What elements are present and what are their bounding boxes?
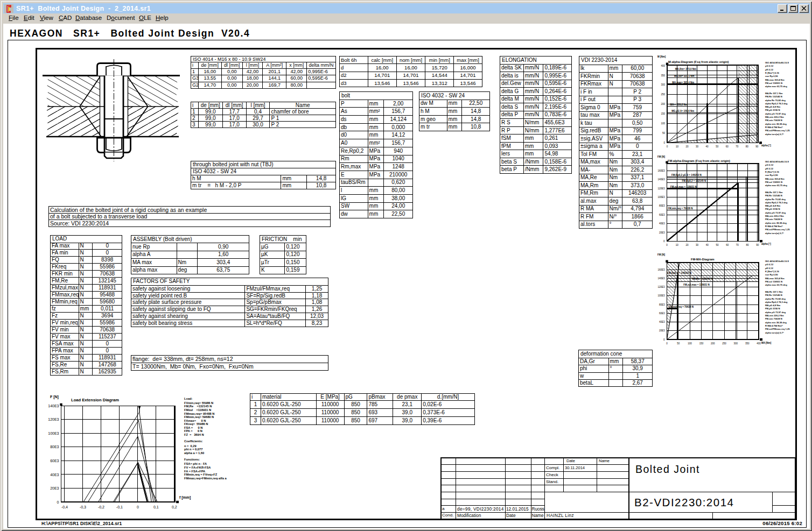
- table-cell: Rm,max: [340, 163, 368, 171]
- svg-text:FM,Rp0,2 µG 0 = 146203 N: FM,Rp0,2 µG 0 = 146203 N: [671, 174, 702, 176]
- table-cell: x [mm]: [286, 62, 307, 69]
- table-cell: SL=h*d*Re/FQ: [245, 320, 306, 327]
- table-cell: P: [340, 100, 368, 108]
- table-cell: 60,00: [286, 75, 307, 82]
- table-row: betaL2,67: [579, 379, 653, 386]
- table-row: MA,ReNm337,1: [579, 174, 653, 182]
- svg-text:200: 200: [661, 103, 665, 105]
- table-cell: 3: [250, 417, 261, 425]
- table-cell: 3: [191, 122, 199, 128]
- table-cell: 0,000: [384, 123, 413, 131]
- svg-text:MA,µG 4,8 Nm: MA,µG 4,8 Nm: [765, 304, 781, 307]
- table-cell: 14,8: [307, 175, 336, 182]
- svg-text:µK 0,12: µK 0,12: [765, 167, 773, 170]
- svg-text:100E3: 100E3: [657, 196, 665, 199]
- table-cell: 287: [622, 111, 653, 119]
- legend-name: Name: [532, 513, 544, 518]
- table-cell: 0,620: [384, 179, 413, 187]
- assembly-table: ASSEMBLY (Bolt driven)nue Rp0,90alpha A1…: [131, 235, 249, 274]
- title-block-line: [440, 457, 795, 458]
- svg-text:nue Rp 0,90: nue Rp 0,90: [765, 75, 778, 77]
- svg-text:30: 30: [696, 244, 699, 246]
- table-cell: [368, 179, 384, 187]
- table-row: ISO 4014 - M16 x 80 - 10.9 SW24: [191, 56, 336, 62]
- table-cell: deg: [608, 197, 622, 206]
- title-block-line: [440, 478, 544, 479]
- table-cell: al.tors: [579, 221, 608, 229]
- svg-text:MG,µG 0= 158,6 Nm: MG,µG 0= 158,6 Nm: [671, 110, 694, 112]
- table-cell: 0,995E-6: [307, 69, 336, 75]
- table-cell: 0,159: [285, 266, 306, 274]
- title-block-line: [531, 457, 531, 519]
- svg-text:MA,min 226,2 Nm: MA,min 226,2 Nm: [765, 116, 784, 118]
- table-cell: 118931: [93, 355, 122, 362]
- table-row: FS,ReN147268: [51, 361, 122, 368]
- svg-text:alpha min 38,38 deg: alpha min 38,38 deg: [765, 321, 787, 324]
- table-cell: 70638: [93, 327, 122, 334]
- table-cell: 18,00: [242, 75, 263, 82]
- table-cell: 16,000: [454, 64, 482, 72]
- table-cell: 42,00: [286, 69, 307, 75]
- table-row: ±sig.ASVMPa46: [579, 135, 653, 143]
- svg-text:FMzul =118931 N: FMzul =118931 N: [184, 408, 211, 412]
- company-name: HAINZL Linz: [547, 513, 574, 518]
- svg-text:MA,Re 337,1 Nm: MA,Re 337,1 Nm: [765, 191, 783, 194]
- table-cell: lers: [500, 150, 524, 158]
- table-cell: l: [340, 187, 368, 195]
- table-row: FPA maxN0: [51, 348, 122, 355]
- table-cell: 0,264E-6: [543, 88, 572, 96]
- date-header: Date: [566, 459, 575, 463]
- table-cell: 22,50: [384, 210, 413, 218]
- table-cell: 29,7: [246, 115, 270, 122]
- table-cell: N: [79, 257, 93, 264]
- table-cell: d.[mm/N]: [422, 394, 475, 401]
- table-cell: FA min: [51, 250, 79, 257]
- table-cell: mm: [447, 100, 462, 108]
- table-row: FKreqN55986: [51, 264, 122, 271]
- svg-text:50: 50: [716, 145, 719, 148]
- table-row: 20.6020 GJL-25011000085069339,00,373E-6: [250, 409, 475, 417]
- table-row: FRICTION min: [260, 236, 306, 243]
- svg-text:350: 350: [661, 74, 665, 77]
- table-row: MA maxNm303,4: [131, 259, 249, 266]
- table-cell: N/mm: [523, 126, 543, 134]
- table-cell: i: [191, 102, 199, 109]
- svg-text:MA,max 303,4 Nm: MA,max 303,4 Nm: [765, 178, 785, 180]
- table-cell: 13,546: [454, 79, 482, 87]
- table-cell: Rm: [340, 155, 368, 163]
- table-cell: 22,50: [462, 100, 490, 108]
- svg-text:60E3: 60E3: [659, 312, 665, 315]
- table-cell: FV max: [51, 334, 79, 341]
- table-cell: 1,25: [306, 285, 328, 292]
- table-cell: mm: [608, 65, 622, 73]
- svg-text:FM,zul 118931 N: FM,zul 118931 N: [765, 82, 782, 84]
- table-cell: 0,4: [246, 109, 270, 115]
- table-row: imaterialE [MPa]pGpBmaxde pmaxd.[mm/N]: [250, 394, 475, 401]
- table-cell: lk: [579, 65, 608, 73]
- table-cell: Nm: [608, 174, 622, 182]
- svg-text:alpha tors(w) 0,7°: alpha tors(w) 0,7°: [765, 133, 784, 136]
- table-row: ASSEMBLY (Bolt driven): [131, 236, 249, 243]
- svg-text:MA,Re 337,1 Nm: MA,Re 337,1 Nm: [765, 291, 783, 293]
- table-cell: [177, 251, 198, 258]
- svg-text:150: 150: [661, 112, 665, 115]
- table-cell: 17,0: [222, 115, 246, 122]
- table-row: m geomm14,8: [419, 115, 490, 123]
- approval-date: 30.11.2014: [565, 466, 585, 470]
- table-row: FM,ReN132145: [51, 278, 122, 285]
- table-cell: 1,08: [306, 299, 328, 306]
- svg-text:alpha Re 70,82 deg: alpha Re 70,82 deg: [765, 99, 786, 102]
- svg-text:FM,Re = 132145 N: FM,Re = 132145 N: [692, 278, 712, 280]
- svg-text:90: 90: [756, 244, 759, 246]
- table-cell: h M: [191, 175, 281, 182]
- title-block-line: [440, 519, 796, 520]
- table-cell: DA,Gr: [579, 358, 609, 365]
- svg-text:140E3: 140E3: [657, 277, 665, 280]
- table-cell: mm/N: [523, 95, 543, 103]
- table-cell: 0.6020 GJL-250: [261, 409, 316, 417]
- table-cell: [608, 88, 622, 96]
- svg-text:FSA = 0 N: FSA = 0 N: [184, 426, 202, 429]
- svg-text:MA,max= 303,4 Nm: MA,max= 303,4 Nm: [672, 81, 694, 84]
- table-cell: 2,195E-6: [543, 103, 572, 111]
- title-block-line: [440, 499, 544, 499]
